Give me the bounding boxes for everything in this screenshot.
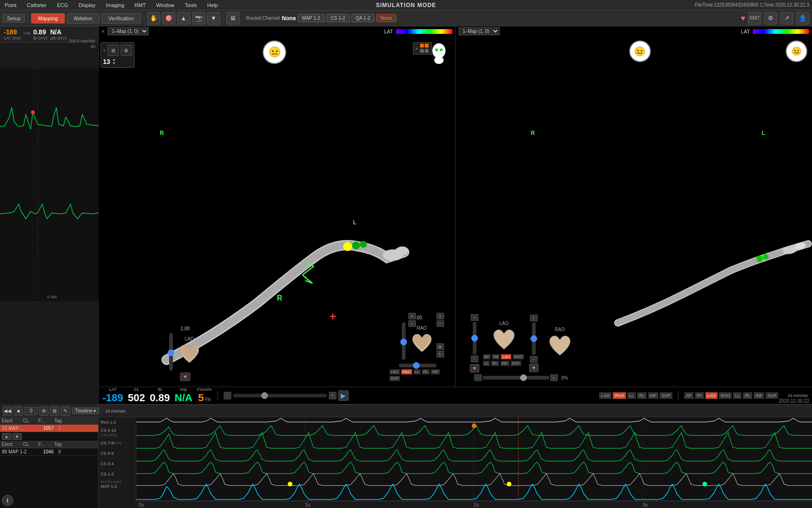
expand-button[interactable]: ↗ [780, 12, 793, 24]
lao-r-slider[interactable] [473, 322, 476, 355]
btn-pa-r[interactable]: PA [492, 354, 500, 359]
timeline-dropdown[interactable]: Timeline ▾ [72, 407, 99, 414]
menu-item-display[interactable]: Display [77, 1, 97, 9]
rao-expand-btn[interactable]: ⊞ [437, 343, 444, 350]
left-map-select[interactable]: 1–Map (1, 0) [108, 27, 148, 35]
pa-view-btn[interactable]: PA [695, 392, 704, 399]
horiz-minus-btn[interactable]: − [474, 374, 482, 381]
screen-button[interactable]: 🖥 [226, 12, 240, 24]
lao-minus-btn[interactable]: − [408, 320, 416, 327]
btn-ap-r[interactable]: AP [483, 354, 491, 359]
lao-heart-btn[interactable]: ♥ [180, 373, 190, 381]
horiz-slider[interactable] [483, 376, 549, 380]
verification-tab[interactable]: Verification [102, 13, 141, 24]
lao-r-heart-btn[interactable]: ♥ [470, 364, 479, 373]
menu-item-window[interactable]: Window [154, 1, 176, 9]
btn-rao-r[interactable]: RAO [513, 354, 523, 359]
menu-item-rmt[interactable]: RMT [133, 1, 148, 9]
rao-hslider[interactable] [399, 364, 437, 367]
arrow-btn[interactable]: ▶ [338, 390, 349, 401]
setup-button[interactable]: Setup [3, 14, 25, 23]
rao-rotate-btn[interactable]: ↻ [437, 351, 444, 357]
inf-view-btn[interactable]: INF [648, 392, 659, 399]
counter-down-left[interactable]: ▼ [112, 62, 116, 65]
btn-lao[interactable]: LAO [390, 369, 400, 374]
electro-row-map12[interactable]: 88 MAP 1-2 1046 8 [0, 448, 98, 456]
hslider-left-btn[interactable]: − [224, 392, 231, 399]
btn-ll[interactable]: LL [414, 369, 421, 374]
menu-item-catheter[interactable]: Catheter [25, 1, 48, 9]
sup-view-btn2[interactable]: SUP [765, 392, 778, 399]
btn-rao-active[interactable]: RAO [401, 369, 412, 374]
menu-item-ecg[interactable]: ECG [55, 1, 70, 9]
grid-btn-left[interactable]: ⊞ [108, 45, 119, 56]
lao-r-plus-btn[interactable]: + [471, 314, 478, 321]
horiz-plus-btn[interactable]: + [550, 374, 558, 381]
lao-slider[interactable] [169, 333, 173, 371]
settings-float-left[interactable]: ⚙ [121, 45, 132, 56]
menu-item-tools[interactable]: Tools [183, 1, 199, 9]
btn-sup[interactable]: SUP [390, 376, 400, 381]
zero-btn[interactable]: 0 [24, 407, 38, 415]
lao-view-btn[interactable]: LAO [599, 392, 611, 399]
electro-edit-btn[interactable]: ✎ [61, 406, 70, 416]
triangle-tool-button[interactable]: ▲ [177, 12, 190, 24]
camera-alt-button[interactable]: ▼ [207, 12, 220, 24]
btn-rl-r[interactable]: RL [491, 361, 499, 366]
rao-view-btn2[interactable]: RAO [719, 392, 732, 399]
btn-sup-r[interactable]: SUP [511, 361, 521, 366]
rao-active-btn[interactable]: RAO [613, 392, 626, 399]
camera-button[interactable]: 📷 [192, 12, 205, 24]
electro-grid-btn[interactable]: ⊞ [50, 406, 59, 416]
menu-item-help[interactable]: Help [205, 1, 220, 9]
btn-inf[interactable]: INF [431, 369, 440, 374]
left-view-close-button[interactable]: × [102, 28, 105, 35]
btn-inf-r[interactable]: INF [500, 361, 509, 366]
sup-view-btn[interactable]: SUP [660, 392, 672, 399]
stop-btn[interactable]: ■ [14, 406, 23, 416]
prev-btn[interactable]: ◀◀ [3, 406, 12, 416]
close-grid-left[interactable]: × [415, 46, 418, 51]
rao-plus-btn[interactable]: + [437, 313, 444, 319]
lao-active-btn2[interactable]: LAO [705, 392, 718, 399]
ap-view-btn[interactable]: AP [684, 392, 694, 399]
ll-view-btn2[interactable]: LL [733, 392, 742, 399]
lao-h-minus-btn[interactable]: − [530, 356, 538, 363]
channel-cs12-button[interactable]: CS 1-2 [327, 14, 350, 22]
lao-r-minus-btn[interactable]: − [471, 356, 478, 362]
lao-h-slider[interactable] [532, 322, 536, 355]
btn-lao-r-active[interactable]: LAO [501, 354, 511, 359]
hand-tool-button[interactable]: ✋ [147, 12, 160, 24]
settings-button[interactable]: ⚙ [764, 12, 777, 24]
lao-h-heart-btn[interactable]: ♥ [529, 364, 539, 372]
person-icon-button[interactable]: 👤 [796, 12, 809, 24]
channel-map12-button[interactable]: MAP 1-2 [298, 14, 325, 22]
rao-minus-btn[interactable]: − [437, 320, 444, 327]
channel-qa12-button[interactable]: QA 1-2 [351, 14, 375, 22]
hslider-right-btn[interactable]: + [329, 392, 336, 399]
rl-view-btn2[interactable]: RL [743, 392, 752, 399]
rao-slider[interactable] [402, 322, 406, 360]
scroll-down-btn[interactable]: ▼ [12, 433, 22, 440]
lao-plus-btn[interactable]: + [408, 313, 416, 319]
info-icon-btn[interactable]: ℹ [2, 495, 13, 506]
btn-ll-r[interactable]: LL [483, 361, 490, 366]
rmt-button[interactable]: RMT [748, 12, 761, 24]
mapping-tab[interactable]: Mapping [31, 13, 65, 24]
electro-row-map-highlight[interactable]: 23 MAP ... 1057 1 [0, 425, 98, 432]
menu-item-imaging[interactable]: Imaging [104, 1, 126, 9]
btn-rl[interactable]: RL [422, 369, 429, 374]
ablation-tab[interactable]: Ablation [67, 13, 100, 24]
rl-view-btn[interactable]: RL [637, 392, 647, 399]
lao-h-plus-btn[interactable]: + [530, 315, 538, 321]
channel-none-button[interactable]: None [376, 14, 396, 22]
target-tool-button[interactable]: 🎯 [162, 12, 175, 24]
close-float-left[interactable]: × [103, 48, 106, 53]
menu-item-point[interactable]: Point [3, 1, 18, 9]
right-map-select[interactable]: 1–Map (1, 0) [459, 27, 500, 35]
ll-view-btn[interactable]: LL [627, 392, 636, 399]
main-hslider[interactable] [233, 394, 327, 397]
inf-view-btn2[interactable]: INF [754, 392, 765, 399]
electro-settings-btn[interactable]: ⚙ [39, 406, 48, 416]
scroll-up-btn[interactable]: ▲ [2, 433, 11, 440]
